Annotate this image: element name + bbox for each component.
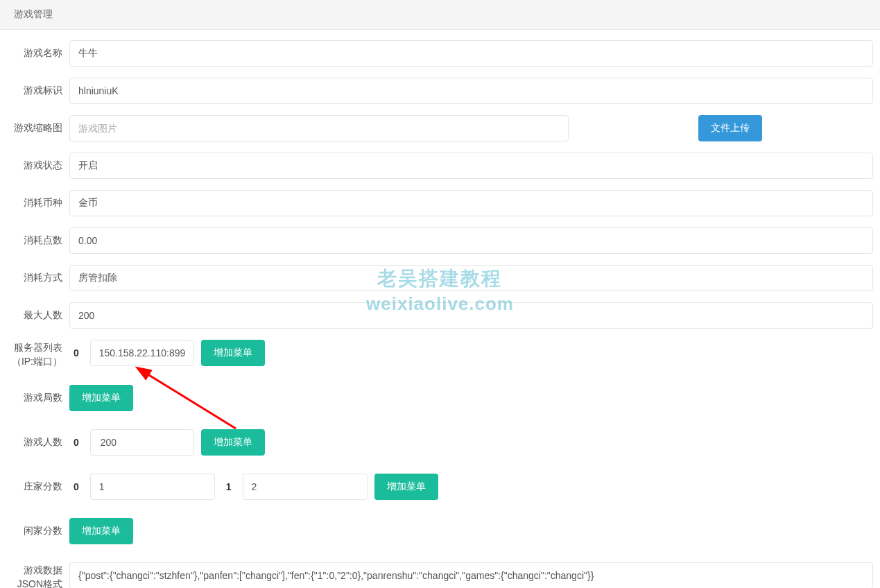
row-game-name: 游戏名称 bbox=[0, 40, 880, 67]
row-max-people: 最大人数 bbox=[0, 302, 880, 329]
label-game-thumbnail: 游戏缩略图 bbox=[0, 115, 69, 135]
label-game-status: 游戏状态 bbox=[0, 153, 69, 173]
row-dealer-score: 庄家分数 0 1 增加菜单 bbox=[0, 474, 880, 500]
row-game-data-json: 游戏数据JSON格式 bbox=[0, 562, 880, 588]
dealer-index-0: 0 bbox=[69, 481, 83, 492]
label-game-identifier: 游戏标识 bbox=[0, 78, 69, 98]
dealer-index-1: 1 bbox=[222, 481, 236, 492]
input-game-thumbnail[interactable] bbox=[69, 115, 569, 141]
row-game-identifier: 游戏标识 bbox=[0, 78, 880, 104]
upload-button[interactable]: 文件上传 bbox=[698, 115, 762, 141]
page-header: 游戏管理 bbox=[0, 0, 880, 30]
select-game-status[interactable] bbox=[69, 153, 873, 179]
server-index-0: 0 bbox=[69, 347, 83, 358]
input-server-0[interactable] bbox=[90, 340, 194, 366]
row-game-thumbnail: 游戏缩略图 文件上传 bbox=[0, 115, 880, 141]
input-max-people[interactable] bbox=[69, 302, 873, 329]
label-cost-currency: 消耗币种 bbox=[0, 190, 69, 210]
row-cost-method: 消耗方式 bbox=[0, 265, 880, 291]
input-cost-points[interactable] bbox=[69, 227, 873, 254]
label-game-name: 游戏名称 bbox=[0, 40, 69, 60]
add-players-button[interactable]: 增加菜单 bbox=[201, 429, 265, 456]
form-container: 老吴搭建教程 weixiaolive.com 游戏名称 游戏标识 游戏缩略图 bbox=[0, 30, 880, 588]
add-player-score-button[interactable]: 增加菜单 bbox=[69, 518, 133, 544]
add-rounds-button[interactable]: 增加菜单 bbox=[69, 385, 133, 411]
select-cost-method[interactable] bbox=[69, 265, 873, 291]
label-game-rounds: 游戏局数 bbox=[0, 385, 69, 405]
input-game-data-json[interactable] bbox=[69, 562, 873, 588]
row-cost-currency: 消耗币种 bbox=[0, 190, 880, 216]
input-game-identifier[interactable] bbox=[69, 78, 873, 104]
add-dealer-button[interactable]: 增加菜单 bbox=[374, 474, 438, 500]
label-game-players: 游戏人数 bbox=[0, 429, 69, 449]
select-cost-currency[interactable] bbox=[69, 190, 873, 216]
label-cost-points: 消耗点数 bbox=[0, 227, 69, 248]
input-dealer-1[interactable] bbox=[243, 474, 368, 500]
player-index-0: 0 bbox=[69, 437, 83, 448]
input-game-name[interactable] bbox=[69, 40, 873, 67]
row-game-rounds: 游戏局数 增加菜单 bbox=[0, 385, 880, 411]
row-game-players: 游戏人数 0 增加菜单 bbox=[0, 429, 880, 456]
row-server-list: 服务器列表（IP:端口） 0 增加菜单 bbox=[0, 340, 880, 368]
input-players-0[interactable] bbox=[90, 429, 194, 456]
label-game-data: 游戏数据JSON格式 bbox=[0, 562, 69, 588]
label-cost-method: 消耗方式 bbox=[0, 265, 69, 285]
row-cost-points: 消耗点数 bbox=[0, 227, 880, 254]
label-max-people: 最大人数 bbox=[0, 302, 69, 322]
add-server-button[interactable]: 增加菜单 bbox=[201, 340, 265, 366]
label-player-score: 闲家分数 bbox=[0, 518, 69, 538]
label-server-list: 服务器列表（IP:端口） bbox=[0, 340, 69, 368]
label-dealer-score: 庄家分数 bbox=[0, 474, 69, 494]
row-player-score: 闲家分数 增加菜单 bbox=[0, 518, 880, 544]
row-game-status: 游戏状态 bbox=[0, 153, 880, 179]
input-dealer-0[interactable] bbox=[90, 474, 215, 500]
page-title: 游戏管理 bbox=[14, 8, 53, 19]
